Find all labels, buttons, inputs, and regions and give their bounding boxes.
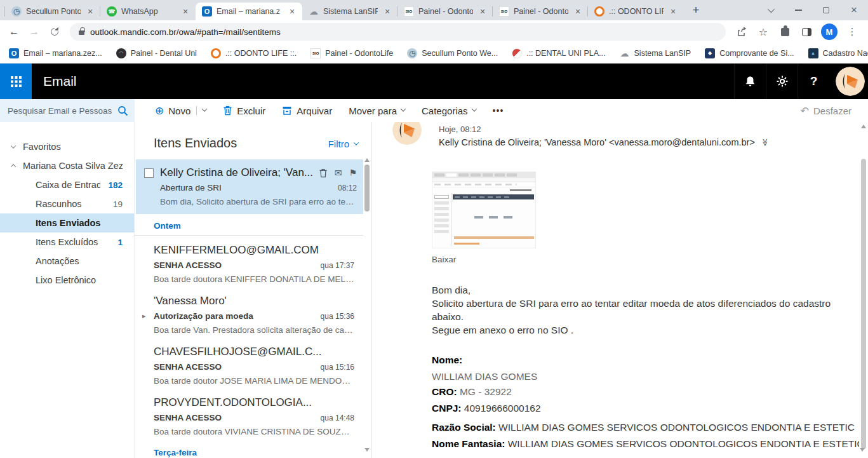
minimize-button[interactable]: [784, 0, 812, 20]
delete-button[interactable]: Excluir: [223, 105, 265, 116]
tab-close-icon[interactable]: [668, 6, 678, 17]
folder-junk[interactable]: Lixo Eletrônico: [0, 271, 134, 290]
tab-whatsapp[interactable]: WhatsApp: [100, 3, 196, 20]
tab-email-active[interactable]: Email – mariana.z: [196, 3, 302, 20]
tab-lansip[interactable]: Sistema LanSIP: [302, 3, 397, 20]
search-box[interactable]: [0, 99, 135, 122]
tab-close-icon[interactable]: [573, 6, 583, 17]
tab-painel-odontolife-2[interactable]: Painel - Odontol: [493, 3, 588, 20]
forward-button[interactable]: [25, 23, 43, 41]
help-button[interactable]: [798, 64, 829, 99]
close-window-button[interactable]: [840, 0, 868, 20]
reading-scrollbar[interactable]: [859, 122, 868, 458]
tab-close-icon[interactable]: [180, 6, 190, 17]
favorites-label: Favoritos: [23, 142, 123, 152]
delete-message-icon[interactable]: [319, 168, 328, 178]
browser-menu-button[interactable]: [843, 23, 862, 41]
tab-search-button[interactable]: [756, 0, 784, 20]
bookmark-comprovante[interactable]: Comprovante de Si...: [705, 48, 794, 58]
folder-inbox[interactable]: Caixa de Entrad 182: [0, 175, 134, 194]
download-link[interactable]: Baixar: [432, 255, 868, 264]
new-message-button[interactable]: Novo: [155, 105, 206, 116]
scroll-up-icon[interactable]: [364, 158, 370, 162]
scrollbar-thumb[interactable]: [861, 159, 866, 449]
chevron-down-icon: [401, 106, 406, 111]
tab-close-icon[interactable]: [85, 6, 95, 17]
tab-secullum[interactable]: Secullum Ponto W: [5, 3, 100, 20]
message-row[interactable]: KENIFFERMELOO@GMAIL.COM SENHA ACESSO qua…: [135, 236, 363, 286]
tab-close-icon[interactable]: [477, 6, 488, 17]
scroll-down-icon[interactable]: [860, 448, 865, 452]
tab-close-icon[interactable]: [382, 6, 392, 17]
message-row[interactable]: PROVYDENT.ODONTOLOGIA... SENHA ACESSO qu…: [135, 388, 363, 439]
bookmark-lansip[interactable]: Sistema LanSIP: [620, 48, 691, 58]
scrollbar-thumb[interactable]: [364, 165, 370, 212]
share-icon: [737, 27, 747, 37]
bookmark-cadastro-nacional[interactable]: Cadastro Nacional...: [808, 48, 868, 58]
tab-label: WhatsApp: [121, 7, 176, 16]
chevron-up-icon[interactable]: [11, 164, 16, 169]
folder-label: Lixo Eletrônico: [36, 275, 123, 285]
attachment-thumbnail[interactable]: [432, 172, 536, 248]
more-commands-button[interactable]: [493, 105, 504, 116]
settings-button[interactable]: [766, 64, 798, 99]
message-row[interactable]: CHAVESFILHOJOSE@GMAIL.C... SENHA ACESSO …: [135, 337, 363, 388]
expand-conversation-icon[interactable]: [142, 312, 146, 320]
browser-profile-avatar[interactable]: M: [821, 24, 838, 40]
message-preview: Boa tarde doutora KENIFFER DONATILA DE M…: [154, 274, 354, 284]
bookmark-button[interactable]: [754, 23, 773, 41]
bookmark-email[interactable]: Email – mariana.zez...: [9, 48, 102, 58]
account-group[interactable]: Mariana Costa Silva Zezu: [0, 156, 134, 175]
message-checkbox[interactable]: [144, 168, 154, 178]
scroll-down-icon[interactable]: [364, 448, 370, 452]
message-row-selected[interactable]: Kelly Cristina de Oliveira; 'Van... Aber…: [136, 159, 363, 214]
tab-odonto-life[interactable]: .:: ODONTO LIFE: [588, 3, 683, 20]
categories-button[interactable]: Categorias: [422, 105, 476, 116]
folder-sent-items[interactable]: Itens Enviados: [0, 213, 134, 232]
extensions-button[interactable]: [775, 23, 794, 41]
search-icon[interactable]: [117, 105, 128, 116]
folder-deleted-items[interactable]: Itens Excluídos 1: [0, 232, 134, 252]
app-launcher-button[interactable]: [0, 64, 32, 99]
new-tab-button[interactable]: [687, 1, 705, 19]
bookmarks-bar: Email – mariana.zez... Painel - Dental U…: [0, 43, 868, 64]
url-field[interactable]: outlook.mandic.com.br/owa/#path=/mail/se…: [70, 23, 726, 41]
message-row[interactable]: 'Vanessa Moro' Autorização para moeda qu…: [135, 286, 363, 337]
list-scrollbar[interactable]: [364, 156, 370, 458]
folder-drafts[interactable]: Rascunhos 19: [0, 194, 134, 213]
maximize-button[interactable]: [812, 0, 840, 20]
bookmark-odonto-life[interactable]: .:: ODONTO LIFE ::.: [211, 48, 297, 58]
folder-notes[interactable]: Anotações: [0, 252, 134, 271]
back-button[interactable]: [5, 23, 23, 41]
side-panel-button[interactable]: [797, 23, 816, 41]
reload-button[interactable]: [46, 23, 63, 41]
undo-button[interactable]: Desfazer: [801, 99, 868, 122]
url-text[interactable]: outlook.mandic.com.br/owa/#path=/mail/se…: [90, 27, 281, 37]
bookmark-dental-uni-pla[interactable]: .:: DENTAL UNI PLA...: [512, 48, 605, 58]
message-recipients: Kelly Cristina de Oliveira; 'Vanessa Mor…: [439, 137, 755, 147]
thumbnail-content: [451, 193, 535, 246]
move-to-button[interactable]: Mover para: [349, 105, 405, 116]
bookmark-dental-uni[interactable]: Painel - Dental Uni: [116, 48, 197, 58]
bookmark-painel-odontolife[interactable]: Painel - OdontoLife: [310, 48, 393, 58]
chevron-down-icon[interactable]: [11, 143, 16, 148]
filter-button[interactable]: Filtro: [328, 138, 358, 149]
field-nome-fantasia: Nome Fantasia: WILLIAM DIAS GOMES SERVIC…: [432, 438, 868, 450]
favorites-group[interactable]: Favoritos: [0, 137, 134, 156]
tab-close-icon[interactable]: [287, 6, 297, 17]
whatsapp-favicon: [107, 6, 117, 17]
archive-button[interactable]: Arquivar: [282, 105, 332, 116]
scroll-up-icon[interactable]: [861, 125, 866, 128]
notifications-button[interactable]: [734, 64, 766, 99]
chevron-down-icon[interactable]: [202, 106, 207, 111]
tab-painel-odontolife-1[interactable]: Painel - Odontol: [397, 3, 493, 20]
search-input[interactable]: [8, 106, 114, 116]
bookmark-secullum[interactable]: Secullum Ponto We...: [407, 48, 498, 58]
flag-icon[interactable]: [349, 168, 357, 178]
share-button[interactable]: [732, 23, 751, 41]
mark-read-icon[interactable]: [335, 168, 342, 178]
account-avatar[interactable]: [836, 67, 865, 96]
folder-label: Caixa de Entrad: [36, 180, 100, 190]
expand-headers-icon[interactable]: [761, 138, 770, 147]
sender-avatar[interactable]: [392, 122, 422, 145]
